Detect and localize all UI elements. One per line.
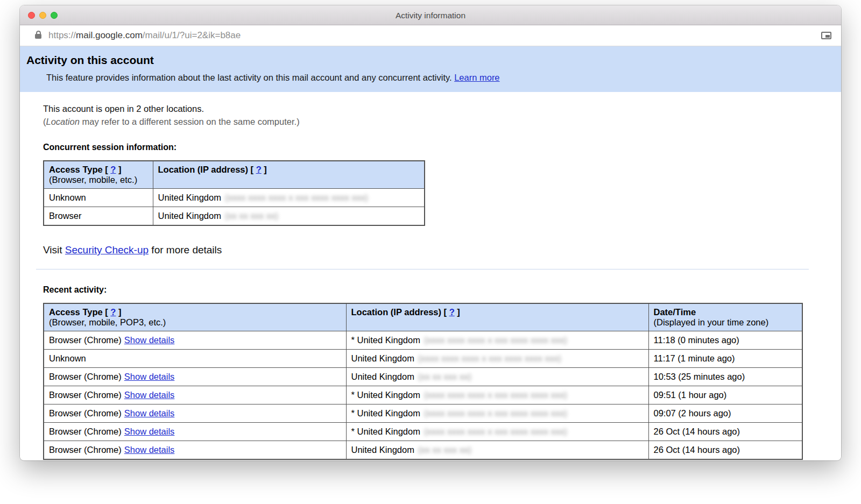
location-header: Location (IP address) [ ? ] <box>153 161 425 189</box>
access-type-text: Unknown <box>49 353 86 363</box>
security-suffix: for more details <box>149 244 222 255</box>
show-details-link[interactable]: Show details <box>124 427 175 436</box>
show-details-link[interactable]: Show details <box>124 445 175 455</box>
location-cell: United Kingdom(xx xx xxx xx) <box>346 368 648 386</box>
help-link[interactable]: ? <box>449 307 455 317</box>
redacted-ip: (xx xx xxx xx) <box>225 211 278 221</box>
show-details-link[interactable]: Show details <box>124 408 175 418</box>
access-type-cell: Unknown <box>44 189 153 207</box>
url-text[interactable]: https://mail.google.com/mail/u/1/?ui=2&i… <box>48 30 241 41</box>
window-icon[interactable] <box>821 32 831 39</box>
page-content: Activity on this account This feature pr… <box>20 46 841 460</box>
redacted-ip: (xxxx xxxx xxxx x xxx xxxx xxxx xxx) <box>424 335 567 345</box>
table-row: Unknown United Kingdom(xxxx xxxx xxxx x … <box>44 350 802 368</box>
datetime-cell: 11:17 (1 minute ago) <box>648 350 802 368</box>
access-type-subtitle: (Browser, mobile, etc.) <box>49 175 137 184</box>
location-bracket: ] <box>264 165 267 174</box>
traffic-lights <box>28 12 58 19</box>
note-rest: may refer to a different session on the … <box>80 117 300 126</box>
access-type-text: Browser (Chrome) <box>49 335 122 345</box>
recent-activity-table: Access Type [ ? ] (Browser, mobile, POP3… <box>43 303 803 460</box>
show-details-link[interactable]: Show details <box>124 390 175 400</box>
security-checkup-link[interactable]: Security Check-up <box>65 244 149 255</box>
browser-window: Activity information https://mail.google… <box>20 5 841 460</box>
zoom-button[interactable] <box>51 12 58 19</box>
security-checkup-line: Visit Security Check-up for more details <box>43 244 809 256</box>
url-host: mail.google.com <box>76 30 143 40</box>
location-text: United Kingdom <box>351 445 414 455</box>
location-text: United Kingdom <box>158 211 221 221</box>
datetime-cell: 11:18 (0 minutes ago) <box>648 331 802 350</box>
access-type-text: Browser (Chrome) <box>49 445 122 455</box>
location-text: * United Kingdom <box>351 408 420 418</box>
table-row: Browser (Chrome)Show details United King… <box>44 368 802 386</box>
location-header: Location (IP address) [ ? ] <box>346 303 648 331</box>
concurrent-session-table: Access Type [ ? ] (Browser, mobile, etc.… <box>43 160 425 226</box>
lock-icon <box>35 34 41 39</box>
window-title: Activity information <box>20 5 841 25</box>
redacted-ip: (xxxx xxxx xxxx x xxx xxxx xxxx xxx) <box>424 390 567 400</box>
minimize-button[interactable] <box>39 12 46 19</box>
location-label: Location (IP address) [ <box>351 307 447 317</box>
url-path: /mail/u/1/?ui=2&ik=b8ae <box>143 30 241 40</box>
location-cell: United Kingdom(xxxx xxxx xxxx x xxx xxxx… <box>153 189 425 207</box>
access-type-cell: Browser (Chrome)Show details <box>44 386 346 404</box>
access-type-cell: Browser (Chrome)Show details <box>44 368 346 386</box>
access-type-cell: Browser (Chrome)Show details <box>44 423 346 441</box>
table-row: Browser United Kingdom(xx xx xxx xx) <box>44 207 425 226</box>
datetime-cell: 10:53 (25 minutes ago) <box>648 368 802 386</box>
table-row: Browser (Chrome)Show details United King… <box>44 441 802 460</box>
note-italic-word: Location <box>46 117 80 126</box>
location-cell: * United Kingdom(xxxx xxxx xxxx x xxx xx… <box>346 423 648 441</box>
access-type-header: Access Type [ ? ] (Browser, mobile, POP3… <box>44 303 346 331</box>
access-type-header: Access Type [ ? ] (Browser, mobile, etc.… <box>44 161 153 189</box>
banner-description-text: This feature provides information about … <box>46 73 452 82</box>
location-text: * United Kingdom <box>351 335 420 345</box>
url-bar[interactable]: https://mail.google.com/mail/u/1/?ui=2&i… <box>20 25 841 46</box>
access-type-text: Browser (Chrome) <box>49 427 122 436</box>
help-link[interactable]: ? <box>110 307 116 317</box>
location-cell: United Kingdom(xx xx xxx xx) <box>346 441 648 460</box>
access-type-cell: Unknown <box>44 350 346 368</box>
table-row: Browser (Chrome)Show details * United Ki… <box>44 404 802 423</box>
access-type-bracket: ] <box>118 165 122 174</box>
location-text: United Kingdom <box>351 353 414 363</box>
location-text: * United Kingdom <box>351 390 420 400</box>
table-row: Browser (Chrome)Show details * United Ki… <box>44 423 802 441</box>
access-type-label: Access Type [ <box>49 307 108 317</box>
titlebar[interactable]: Activity information <box>20 5 841 25</box>
location-text: United Kingdom <box>351 372 414 381</box>
datetime-label: Date/Time <box>654 307 696 317</box>
banner: Activity on this account This feature pr… <box>20 46 841 92</box>
datetime-cell: 09:51 (1 hour ago) <box>648 386 802 404</box>
table-row: Unknown United Kingdom(xxxx xxxx xxxx x … <box>44 189 425 207</box>
table-row: Browser (Chrome)Show details * United Ki… <box>44 386 802 404</box>
page-title: Activity on this account <box>26 54 830 67</box>
redacted-ip: (xx xx xxx xx) <box>418 445 471 455</box>
show-details-link[interactable]: Show details <box>124 372 175 381</box>
location-text: United Kingdom <box>158 193 221 202</box>
location-note-text: (Location may refer to a different sessi… <box>43 117 809 127</box>
datetime-header: Date/Time (Displayed in your time zone) <box>648 303 802 331</box>
close-button[interactable] <box>28 12 35 19</box>
access-type-text: Browser (Chrome) <box>49 372 122 381</box>
help-link[interactable]: ? <box>110 165 116 174</box>
location-cell: * United Kingdom(xxxx xxxx xxxx x xxx xx… <box>346 331 648 350</box>
redacted-ip: (xx xx xxx xx) <box>418 372 471 381</box>
url-scheme: https:// <box>48 30 76 40</box>
access-type-cell: Browser <box>44 207 153 226</box>
access-type-text: Browser (Chrome) <box>49 390 122 400</box>
access-type-subtitle: (Browser, mobile, POP3, etc.) <box>49 317 166 327</box>
show-details-link[interactable]: Show details <box>124 335 175 345</box>
access-type-bracket: ] <box>118 307 122 317</box>
help-link[interactable]: ? <box>256 165 262 174</box>
access-type-cell: Browser (Chrome)Show details <box>44 404 346 423</box>
learn-more-link[interactable]: Learn more <box>454 73 499 82</box>
location-cell: * United Kingdom(xxxx xxxx xxxx x xxx xx… <box>346 386 648 404</box>
security-prefix: Visit <box>43 244 65 255</box>
datetime-cell: 09:07 (2 hours ago) <box>648 404 802 423</box>
location-bracket: ] <box>457 307 460 317</box>
datetime-subtitle: (Displayed in your time zone) <box>654 317 769 327</box>
section-divider <box>36 269 809 269</box>
redacted-ip: (xxxx xxxx xxxx x xxx xxxx xxxx xxx) <box>225 193 368 202</box>
